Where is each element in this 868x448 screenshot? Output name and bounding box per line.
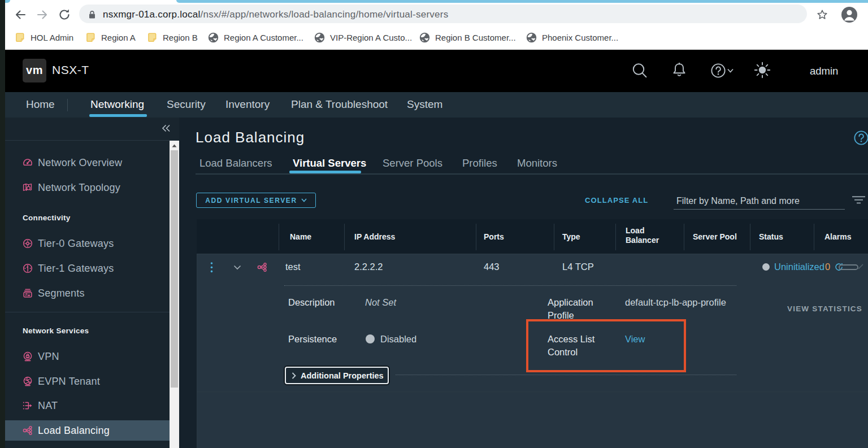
application-profile-value[interactable]: default-tcp-lb-app-profile bbox=[625, 297, 726, 308]
nav-tab-security[interactable]: Security bbox=[167, 98, 206, 111]
bookmark-label: Region B Customer... bbox=[435, 33, 516, 42]
tab-virtual-servers[interactable]: Virtual Servers bbox=[293, 157, 366, 169]
persistence-value: Disabled bbox=[380, 334, 416, 345]
sidebar-divider bbox=[5, 312, 170, 312]
sidebar-item-label: Network Overview bbox=[38, 157, 122, 169]
filter-input[interactable] bbox=[674, 194, 845, 210]
scrollbar-up-arrow[interactable] bbox=[172, 144, 177, 147]
tab-strip-right bbox=[176, 0, 868, 3]
bookmark-globe-icon bbox=[527, 33, 536, 42]
bookmark-item[interactable]: Region A bbox=[86, 30, 136, 45]
load-balancing-icon bbox=[23, 425, 33, 436]
chevron-down-icon bbox=[301, 198, 307, 202]
tab-server-pools[interactable]: Server Pools bbox=[383, 157, 442, 169]
sidebar-item-label: NAT bbox=[38, 400, 58, 412]
nav-tab-home[interactable]: Home bbox=[26, 98, 55, 111]
column-header-load-balancer[interactable]: Load Balancer bbox=[626, 226, 671, 245]
bookmark-item[interactable]: Phoenix Customer... bbox=[527, 30, 618, 45]
back-button[interactable] bbox=[14, 8, 27, 21]
column-header-ip-address[interactable]: IP Address bbox=[354, 232, 395, 241]
column-header-server-pool[interactable]: Server Pool bbox=[693, 232, 737, 241]
bookmark-star-icon[interactable] bbox=[816, 8, 828, 21]
nav-tab-system[interactable]: System bbox=[407, 98, 442, 111]
nat-icon bbox=[23, 401, 33, 411]
column-header-status[interactable]: Status bbox=[759, 232, 783, 241]
forward-button[interactable] bbox=[36, 8, 49, 21]
sidebar-item-nat[interactable]: NAT bbox=[5, 395, 170, 416]
vpn-icon bbox=[23, 351, 33, 362]
sidebar-item-label: EVPN Tenant bbox=[38, 376, 100, 388]
column-header-type[interactable]: Type bbox=[562, 232, 580, 241]
active-nav-underline bbox=[89, 114, 147, 117]
sidebar-scrollbar-thumb[interactable] bbox=[171, 150, 178, 388]
add-virtual-server-button[interactable]: ADD VIRTUAL SERVER bbox=[196, 193, 316, 208]
bookmark-globe-icon bbox=[420, 33, 429, 42]
column-header-ports[interactable]: Ports bbox=[484, 232, 504, 241]
sidebar-header-divider bbox=[5, 140, 179, 141]
sidebar-item-evpn-tenant[interactable]: EVPN Tenant bbox=[5, 371, 170, 392]
notifications-bell-icon[interactable] bbox=[671, 62, 687, 78]
sidebar-item-tier-0-gateways[interactable]: Tier-0 Gateways bbox=[5, 233, 170, 254]
search-icon[interactable] bbox=[632, 63, 648, 79]
sidebar-item-label: VPN bbox=[38, 351, 59, 363]
bookmark-item[interactable]: VIP-Region A Custo... bbox=[315, 30, 412, 45]
tier-0-gateways-icon bbox=[23, 238, 33, 249]
sidebar-item-network-topology[interactable]: Network Topology bbox=[5, 177, 170, 198]
page-title: Load Balancing bbox=[196, 129, 305, 146]
filter-icon[interactable] bbox=[852, 196, 866, 205]
active-tab-underline bbox=[289, 171, 361, 173]
alarms-count: 0 bbox=[825, 262, 830, 272]
cell-ports: 443 bbox=[484, 262, 500, 272]
access-list-control-label: Access List Control bbox=[548, 333, 604, 359]
user-menu[interactable]: admin bbox=[810, 65, 838, 77]
row-actions-menu-icon[interactable] bbox=[210, 262, 214, 273]
sidebar-item-load-balancing[interactable]: Load Balancing bbox=[5, 420, 170, 441]
nav-tab-plan-troubleshoot[interactable]: Plan & Troubleshoot bbox=[291, 98, 388, 111]
sidebar-item-label: Network Topology bbox=[38, 182, 120, 194]
tab-monitors[interactable]: Monitors bbox=[517, 157, 557, 169]
virtual-server-icon bbox=[257, 262, 267, 272]
nav-tab-inventory[interactable]: Inventory bbox=[225, 98, 270, 111]
sidebar-item-segments[interactable]: Segments bbox=[5, 283, 170, 303]
column-separator bbox=[684, 224, 684, 250]
page-help-icon[interactable] bbox=[854, 131, 868, 145]
status-text: Uninitialized bbox=[774, 262, 824, 272]
access-list-control-view-link[interactable]: View bbox=[625, 334, 645, 345]
url-text[interactable]: nsxmgr-01a.corp.local/nsx/#/app/networks… bbox=[103, 9, 448, 20]
additional-properties-button[interactable]: Additional Properties bbox=[285, 367, 389, 384]
reload-button[interactable] bbox=[58, 8, 71, 21]
tab-strip-left-corner bbox=[5, 0, 10, 3]
row-expand-chevron-icon[interactable] bbox=[233, 265, 241, 270]
bookmark-item[interactable]: Region A Customer... bbox=[209, 30, 303, 45]
theme-brightness-icon[interactable] bbox=[754, 62, 770, 78]
app-header bbox=[5, 50, 868, 92]
nav-tab-networking[interactable]: Networking bbox=[90, 98, 144, 111]
chevron-down-icon[interactable] bbox=[727, 68, 734, 73]
sidebar-item-label: Tier-0 Gateways bbox=[38, 238, 114, 250]
help-icon[interactable] bbox=[711, 63, 726, 78]
description-label: Description bbox=[288, 297, 335, 308]
nav-divider bbox=[67, 99, 68, 111]
sidebar-item-vpn[interactable]: VPN bbox=[5, 346, 170, 367]
bookmark-item[interactable]: HOL Admin bbox=[16, 30, 73, 45]
view-statistics-link[interactable]: VIEW STATISTICS bbox=[787, 305, 862, 313]
tab-load-balancers[interactable]: Load Balancers bbox=[199, 157, 272, 169]
collapse-all-link[interactable]: COLLAPSE ALL bbox=[585, 196, 648, 205]
lock-icon[interactable] bbox=[88, 10, 96, 19]
column-header-name[interactable]: Name bbox=[290, 232, 311, 241]
collapse-sidebar-icon[interactable] bbox=[162, 124, 171, 132]
cell-name[interactable]: test bbox=[285, 262, 301, 272]
bookmark-label: Region B bbox=[163, 33, 198, 42]
tab-profiles[interactable]: Profiles bbox=[462, 157, 497, 169]
bookmark-folder-icon bbox=[148, 33, 157, 42]
column-header-alarms[interactable]: Alarms bbox=[824, 232, 851, 241]
bookmark-item[interactable]: Region B Customer... bbox=[420, 30, 516, 45]
bookmark-label: Region A bbox=[101, 33, 136, 42]
description-value: Not Set bbox=[365, 297, 396, 308]
column-separator bbox=[814, 224, 814, 250]
window-edge bbox=[0, 0, 5, 448]
bookmark-item[interactable]: Region B bbox=[148, 30, 198, 45]
sidebar-item-tier-1-gateways[interactable]: Tier-1 Gateways bbox=[5, 258, 170, 279]
sidebar-item-network-overview[interactable]: Network Overview bbox=[5, 153, 170, 173]
profile-avatar[interactable] bbox=[841, 6, 858, 23]
